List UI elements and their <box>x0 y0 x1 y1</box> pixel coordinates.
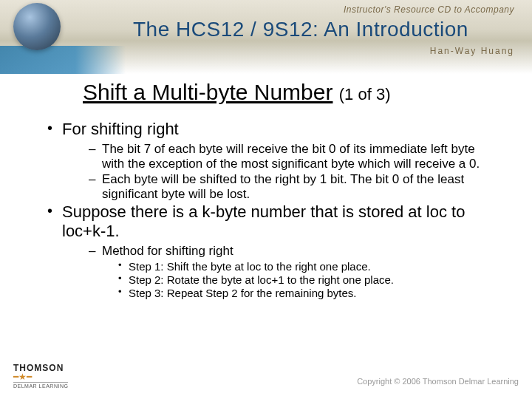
bullet-level2: Each byte will be shifted to the right b… <box>89 172 495 201</box>
bullet-level1: Suppose there is a k-byte number that is… <box>44 202 495 241</box>
bullet-level3: Step 1: Shift the byte at loc to the rig… <box>118 260 495 273</box>
footer-copyright: Copyright © 2006 Thomson Delmar Learning <box>357 377 519 386</box>
header-author: Han-Way Huang <box>430 46 514 56</box>
bullet-level3: Step 2: Rotate the byte at loc+1 to the … <box>118 273 495 286</box>
bullet-level2: The bit 7 of each byte will receive the … <box>89 142 495 171</box>
globe-icon <box>13 3 61 50</box>
bullet-level1: For shifting right <box>44 120 495 139</box>
bullet-level3: Step 3: Repeat Step 2 for the remaining … <box>118 287 495 299</box>
star-icon: ━★━ <box>13 372 68 381</box>
header-pretitle: Instructor's Resource CD to Accompany <box>344 4 514 15</box>
footer-publisher: THOMSON ━★━ DELMAR LEARNING <box>13 364 68 389</box>
header-circuit-graphic <box>0 46 126 74</box>
slide-title: Shift a Multi-byte Number (1 of 3) <box>83 80 391 105</box>
header-title: The HCS12 / 9S12: An Introduction <box>133 18 468 41</box>
footer-subbrand: DELMAR LEARNING <box>13 382 68 389</box>
slide-content: For shifting right The bit 7 of each byt… <box>44 118 495 300</box>
bullet-level2: Method for shifting right <box>89 244 495 259</box>
slide-title-main: Shift a Multi-byte Number <box>83 80 332 104</box>
slide-title-sub: (1 of 3) <box>339 85 391 103</box>
